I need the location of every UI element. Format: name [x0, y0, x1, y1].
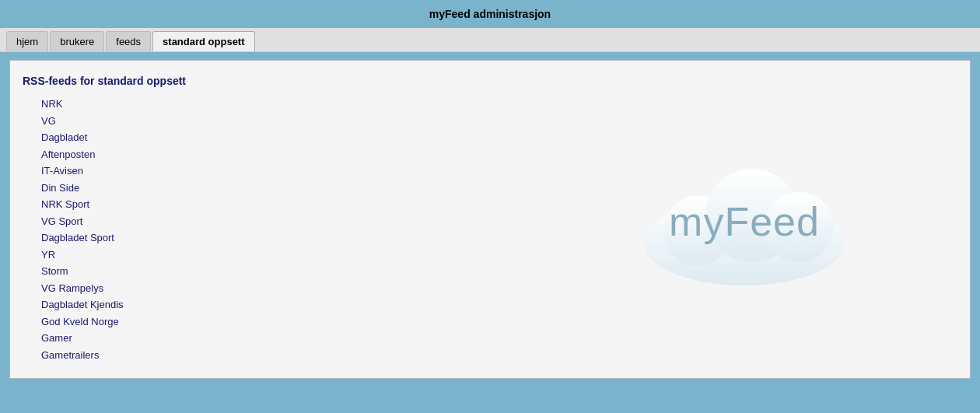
page-title: myFeed administrasjon [0, 0, 980, 28]
logo-container: myFeed [612, 134, 877, 305]
list-item: NRK [41, 96, 970, 112]
list-item: Gamer [41, 331, 970, 346]
tab-brukere[interactable]: brukere [50, 31, 104, 51]
section-title: RSS-feeds for standard oppsett [10, 68, 970, 96]
tab-feeds[interactable]: feeds [106, 31, 151, 51]
list-item: VG [41, 114, 970, 129]
list-item: God Kveld Norge [41, 314, 970, 330]
tab-standard-oppsett[interactable]: standard oppsett [152, 31, 254, 51]
main-content: RSS-feeds for standard oppsett NRK VG Da… [9, 60, 971, 379]
tab-hjem[interactable]: hjem [6, 31, 48, 51]
cloud-logo: myFeed [620, 142, 869, 297]
logo-text: myFeed [669, 198, 820, 245]
title-text: myFeed administrasjon [429, 8, 551, 20]
list-item: Gametrailers [41, 348, 970, 363]
navigation-bar: hjem brukere feeds standard oppsett [0, 28, 980, 52]
